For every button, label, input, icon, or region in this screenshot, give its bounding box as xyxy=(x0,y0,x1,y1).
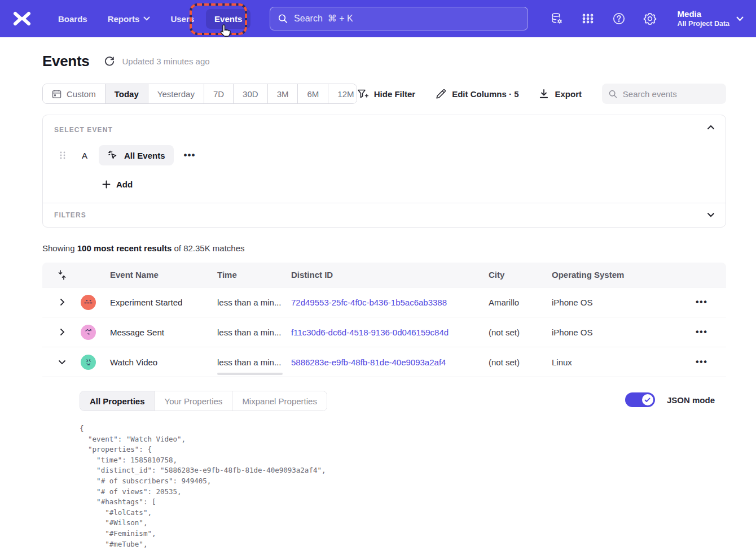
events-search-input[interactable] xyxy=(623,89,719,99)
filter-funnel-icon xyxy=(357,89,368,99)
add-event-label: Add xyxy=(116,180,133,189)
table-row[interactable]: Experiment Started less than a min... 72… xyxy=(42,287,726,317)
event-os: iPhone OS xyxy=(552,328,669,337)
nav-item-events[interactable]: Events xyxy=(206,9,250,29)
global-search-input[interactable] xyxy=(294,14,520,24)
download-icon xyxy=(539,89,549,99)
event-json-payload: { "event": "Watch Video", "properties": … xyxy=(80,424,726,550)
event-selector-pill[interactable]: All Events xyxy=(99,145,174,165)
project-scope: All Project Data xyxy=(678,19,729,29)
expand-row-icon[interactable] xyxy=(58,328,67,337)
horizontal-scrollbar[interactable] xyxy=(217,373,283,375)
hide-filter-button[interactable]: Hide Filter xyxy=(357,89,415,99)
event-avatar xyxy=(81,325,96,340)
event-clause-row: A All Events ••• xyxy=(54,145,714,165)
event-avatar xyxy=(81,355,96,370)
export-button[interactable]: Export xyxy=(539,89,582,99)
search-icon xyxy=(278,14,288,24)
event-time: less than a min... xyxy=(217,357,291,367)
events-table: Event Name Time Distinct ID City Operati… xyxy=(42,263,726,550)
filters-label: FILTERS xyxy=(54,211,714,219)
col-distinct-id[interactable]: Distinct ID xyxy=(291,270,489,280)
results-summary: Showing 100 most recent results of 82.35… xyxy=(42,243,726,253)
toggle-check-icon xyxy=(642,394,653,405)
help-icon[interactable] xyxy=(612,12,626,25)
results-prefix: Showing xyxy=(42,243,77,253)
distinct-id-link[interactable]: 5886283e-e9fb-48fb-81de-40e9093a2af4 xyxy=(291,357,489,367)
apps-grid-icon[interactable] xyxy=(581,12,595,25)
edit-columns-button[interactable]: Edit Columns · 5 xyxy=(436,89,518,99)
expand-row-icon[interactable] xyxy=(58,298,67,307)
col-os[interactable]: Operating System xyxy=(552,270,669,280)
date-range-12m[interactable]: 12M xyxy=(328,84,357,103)
top-navbar: Boards Reports Users Events xyxy=(0,0,756,37)
search-icon xyxy=(609,89,617,99)
col-time[interactable]: Time xyxy=(217,270,291,280)
date-range-7d[interactable]: 7D xyxy=(204,84,234,103)
pencil-icon xyxy=(436,89,446,99)
col-event-name[interactable]: Event Name xyxy=(110,270,217,280)
tab-mixpanel-properties[interactable]: Mixpanel Properties xyxy=(232,391,327,411)
chevron-down-icon xyxy=(736,16,744,21)
events-search[interactable] xyxy=(602,84,726,104)
event-avatar xyxy=(81,295,96,310)
drag-handle-icon[interactable] xyxy=(59,151,67,160)
event-os: iPhone OS xyxy=(552,298,669,307)
date-range-today[interactable]: Today xyxy=(106,84,148,103)
date-range-6m[interactable]: 6M xyxy=(298,84,328,103)
row-menu-button[interactable]: ••• xyxy=(696,300,707,304)
clause-more-button[interactable]: ••• xyxy=(184,152,196,158)
select-event-section: SELECT EVENT A All Events ••• xyxy=(43,115,726,203)
clause-letter: A xyxy=(82,151,87,160)
tab-all-properties[interactable]: All Properties xyxy=(80,391,155,411)
collapse-row-icon[interactable] xyxy=(58,357,67,366)
json-mode-label: JSON mode xyxy=(667,395,715,405)
tab-your-properties[interactable]: Your Properties xyxy=(155,391,233,411)
event-city: (not set) xyxy=(489,328,552,337)
add-event-button[interactable]: Add xyxy=(102,180,714,189)
hide-filter-label: Hide Filter xyxy=(374,89,415,99)
date-range-custom[interactable]: Custom xyxy=(43,84,106,103)
row-menu-button[interactable]: ••• xyxy=(696,330,707,334)
event-city: (not set) xyxy=(489,357,552,367)
distinct-id-link[interactable]: f11c30d6-dc6d-4518-9136-0d046159c84d xyxy=(291,328,489,337)
event-os: Linux xyxy=(552,357,669,367)
nav-item-boards[interactable]: Boards xyxy=(50,9,96,29)
query-builder-card: SELECT EVENT A All Events ••• xyxy=(42,115,726,228)
event-time: less than a min... xyxy=(217,298,291,307)
date-range-30d[interactable]: 30D xyxy=(234,84,268,103)
distinct-id-link[interactable]: 72d49553-25fc-4f0c-b436-1b5ac6ab3388 xyxy=(291,298,489,307)
col-city[interactable]: City xyxy=(489,270,552,280)
calendar-icon xyxy=(52,89,61,99)
event-name: Message Sent xyxy=(110,328,217,337)
collapse-section-icon[interactable] xyxy=(706,123,715,132)
results-suffix: of 82.35K matches xyxy=(172,243,244,253)
project-selector[interactable]: Media All Project Data xyxy=(678,8,744,29)
table-row[interactable]: Message Sent less than a min... f11c30d6… xyxy=(42,317,726,347)
data-management-icon[interactable] xyxy=(550,12,564,25)
sort-time-icon[interactable] xyxy=(58,270,67,280)
filters-section[interactable]: FILTERS xyxy=(43,203,726,227)
table-row-expanded[interactable]: Watch Video less than a min... 5886283e-… xyxy=(42,347,726,377)
mixpanel-logo-icon[interactable] xyxy=(12,11,32,26)
settings-gear-icon[interactable] xyxy=(643,12,657,25)
date-range-3m[interactable]: 3M xyxy=(268,84,298,103)
events-page: Events Updated 3 minutes ago Custom Toda… xyxy=(42,53,726,550)
refresh-icon[interactable] xyxy=(104,56,115,67)
date-range-control: Custom Today Yesterday 7D 30D 3M 6M 12M xyxy=(42,84,357,104)
last-updated-text: Updated 3 minutes ago xyxy=(122,56,209,66)
magic-cursor-icon xyxy=(107,150,118,161)
global-search[interactable] xyxy=(270,7,528,30)
expand-filters-icon[interactable] xyxy=(706,210,715,219)
json-mode-toggle[interactable] xyxy=(625,392,655,407)
date-range-yesterday[interactable]: Yesterday xyxy=(148,84,204,103)
nav-item-users[interactable]: Users xyxy=(162,9,203,29)
page-title: Events xyxy=(42,53,89,70)
event-name: Experiment Started xyxy=(110,298,217,307)
row-menu-button[interactable]: ••• xyxy=(696,360,707,364)
properties-tabs: All Properties Your Properties Mixpanel … xyxy=(80,391,327,411)
select-event-label: SELECT EVENT xyxy=(54,126,714,134)
edit-columns-label: Edit Columns · 5 xyxy=(452,89,518,99)
event-name: Watch Video xyxy=(110,357,217,367)
nav-item-reports[interactable]: Reports xyxy=(99,9,159,29)
